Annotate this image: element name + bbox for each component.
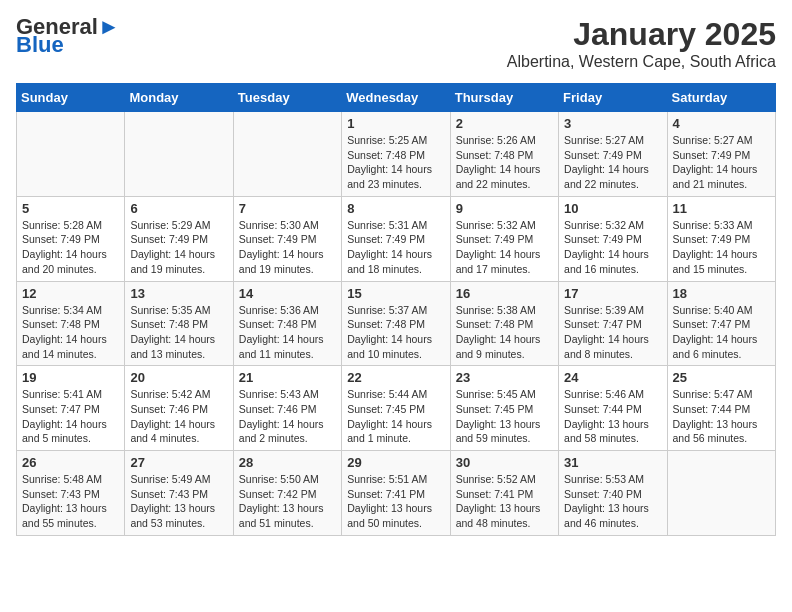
- day-number: 28: [239, 455, 336, 470]
- header-friday: Friday: [559, 84, 667, 112]
- logo: General► Blue: [16, 16, 120, 56]
- calendar-cell: 27Sunrise: 5:49 AM Sunset: 7:43 PM Dayli…: [125, 451, 233, 536]
- calendar-cell: 8Sunrise: 5:31 AM Sunset: 7:49 PM Daylig…: [342, 196, 450, 281]
- day-info: Sunrise: 5:42 AM Sunset: 7:46 PM Dayligh…: [130, 387, 227, 446]
- calendar-cell: 23Sunrise: 5:45 AM Sunset: 7:45 PM Dayli…: [450, 366, 558, 451]
- calendar-cell: [125, 112, 233, 197]
- calendar-cell: 11Sunrise: 5:33 AM Sunset: 7:49 PM Dayli…: [667, 196, 775, 281]
- day-info: Sunrise: 5:32 AM Sunset: 7:49 PM Dayligh…: [456, 218, 553, 277]
- calendar-cell: [667, 451, 775, 536]
- day-number: 18: [673, 286, 770, 301]
- calendar-cell: 30Sunrise: 5:52 AM Sunset: 7:41 PM Dayli…: [450, 451, 558, 536]
- day-info: Sunrise: 5:30 AM Sunset: 7:49 PM Dayligh…: [239, 218, 336, 277]
- day-number: 25: [673, 370, 770, 385]
- calendar-table: SundayMondayTuesdayWednesdayThursdayFrid…: [16, 83, 776, 536]
- day-number: 16: [456, 286, 553, 301]
- page-header: General► Blue January 2025 Albertina, We…: [16, 16, 776, 71]
- calendar-cell: 18Sunrise: 5:40 AM Sunset: 7:47 PM Dayli…: [667, 281, 775, 366]
- day-info: Sunrise: 5:27 AM Sunset: 7:49 PM Dayligh…: [673, 133, 770, 192]
- calendar-cell: 31Sunrise: 5:53 AM Sunset: 7:40 PM Dayli…: [559, 451, 667, 536]
- calendar-cell: 2Sunrise: 5:26 AM Sunset: 7:48 PM Daylig…: [450, 112, 558, 197]
- calendar-cell: 16Sunrise: 5:38 AM Sunset: 7:48 PM Dayli…: [450, 281, 558, 366]
- day-number: 1: [347, 116, 444, 131]
- logo-blue-text: Blue: [16, 34, 120, 56]
- calendar-cell: 15Sunrise: 5:37 AM Sunset: 7:48 PM Dayli…: [342, 281, 450, 366]
- day-number: 13: [130, 286, 227, 301]
- calendar-cell: [233, 112, 341, 197]
- calendar-cell: 22Sunrise: 5:44 AM Sunset: 7:45 PM Dayli…: [342, 366, 450, 451]
- calendar-cell: 14Sunrise: 5:36 AM Sunset: 7:48 PM Dayli…: [233, 281, 341, 366]
- calendar-cell: 24Sunrise: 5:46 AM Sunset: 7:44 PM Dayli…: [559, 366, 667, 451]
- day-number: 7: [239, 201, 336, 216]
- day-number: 21: [239, 370, 336, 385]
- day-info: Sunrise: 5:28 AM Sunset: 7:49 PM Dayligh…: [22, 218, 119, 277]
- week-row-4: 26Sunrise: 5:48 AM Sunset: 7:43 PM Dayli…: [17, 451, 776, 536]
- calendar-cell: 10Sunrise: 5:32 AM Sunset: 7:49 PM Dayli…: [559, 196, 667, 281]
- calendar-cell: 28Sunrise: 5:50 AM Sunset: 7:42 PM Dayli…: [233, 451, 341, 536]
- day-info: Sunrise: 5:26 AM Sunset: 7:48 PM Dayligh…: [456, 133, 553, 192]
- day-info: Sunrise: 5:46 AM Sunset: 7:44 PM Dayligh…: [564, 387, 661, 446]
- day-info: Sunrise: 5:31 AM Sunset: 7:49 PM Dayligh…: [347, 218, 444, 277]
- day-info: Sunrise: 5:35 AM Sunset: 7:48 PM Dayligh…: [130, 303, 227, 362]
- calendar-cell: 17Sunrise: 5:39 AM Sunset: 7:47 PM Dayli…: [559, 281, 667, 366]
- day-number: 5: [22, 201, 119, 216]
- location-text: Albertina, Western Cape, South Africa: [507, 53, 776, 71]
- day-info: Sunrise: 5:50 AM Sunset: 7:42 PM Dayligh…: [239, 472, 336, 531]
- day-number: 29: [347, 455, 444, 470]
- day-info: Sunrise: 5:32 AM Sunset: 7:49 PM Dayligh…: [564, 218, 661, 277]
- week-row-0: 1Sunrise: 5:25 AM Sunset: 7:48 PM Daylig…: [17, 112, 776, 197]
- calendar-cell: 4Sunrise: 5:27 AM Sunset: 7:49 PM Daylig…: [667, 112, 775, 197]
- week-row-3: 19Sunrise: 5:41 AM Sunset: 7:47 PM Dayli…: [17, 366, 776, 451]
- title-block: January 2025 Albertina, Western Cape, So…: [507, 16, 776, 71]
- day-number: 11: [673, 201, 770, 216]
- day-number: 14: [239, 286, 336, 301]
- day-info: Sunrise: 5:40 AM Sunset: 7:47 PM Dayligh…: [673, 303, 770, 362]
- calendar-cell: 21Sunrise: 5:43 AM Sunset: 7:46 PM Dayli…: [233, 366, 341, 451]
- day-info: Sunrise: 5:27 AM Sunset: 7:49 PM Dayligh…: [564, 133, 661, 192]
- day-info: Sunrise: 5:29 AM Sunset: 7:49 PM Dayligh…: [130, 218, 227, 277]
- day-number: 12: [22, 286, 119, 301]
- day-info: Sunrise: 5:34 AM Sunset: 7:48 PM Dayligh…: [22, 303, 119, 362]
- day-info: Sunrise: 5:45 AM Sunset: 7:45 PM Dayligh…: [456, 387, 553, 446]
- day-info: Sunrise: 5:25 AM Sunset: 7:48 PM Dayligh…: [347, 133, 444, 192]
- day-number: 15: [347, 286, 444, 301]
- calendar-cell: 19Sunrise: 5:41 AM Sunset: 7:47 PM Dayli…: [17, 366, 125, 451]
- header-sunday: Sunday: [17, 84, 125, 112]
- day-info: Sunrise: 5:53 AM Sunset: 7:40 PM Dayligh…: [564, 472, 661, 531]
- day-number: 9: [456, 201, 553, 216]
- day-info: Sunrise: 5:33 AM Sunset: 7:49 PM Dayligh…: [673, 218, 770, 277]
- day-number: 4: [673, 116, 770, 131]
- day-number: 2: [456, 116, 553, 131]
- day-number: 19: [22, 370, 119, 385]
- day-number: 22: [347, 370, 444, 385]
- calendar-cell: 29Sunrise: 5:51 AM Sunset: 7:41 PM Dayli…: [342, 451, 450, 536]
- calendar-cell: 5Sunrise: 5:28 AM Sunset: 7:49 PM Daylig…: [17, 196, 125, 281]
- calendar-body: 1Sunrise: 5:25 AM Sunset: 7:48 PM Daylig…: [17, 112, 776, 536]
- header-wednesday: Wednesday: [342, 84, 450, 112]
- day-number: 31: [564, 455, 661, 470]
- day-number: 3: [564, 116, 661, 131]
- header-saturday: Saturday: [667, 84, 775, 112]
- day-number: 27: [130, 455, 227, 470]
- day-number: 23: [456, 370, 553, 385]
- calendar-cell: 9Sunrise: 5:32 AM Sunset: 7:49 PM Daylig…: [450, 196, 558, 281]
- calendar-cell: 13Sunrise: 5:35 AM Sunset: 7:48 PM Dayli…: [125, 281, 233, 366]
- week-row-1: 5Sunrise: 5:28 AM Sunset: 7:49 PM Daylig…: [17, 196, 776, 281]
- day-number: 6: [130, 201, 227, 216]
- day-number: 30: [456, 455, 553, 470]
- calendar-cell: 1Sunrise: 5:25 AM Sunset: 7:48 PM Daylig…: [342, 112, 450, 197]
- calendar-cell: 12Sunrise: 5:34 AM Sunset: 7:48 PM Dayli…: [17, 281, 125, 366]
- header-tuesday: Tuesday: [233, 84, 341, 112]
- day-info: Sunrise: 5:38 AM Sunset: 7:48 PM Dayligh…: [456, 303, 553, 362]
- day-info: Sunrise: 5:44 AM Sunset: 7:45 PM Dayligh…: [347, 387, 444, 446]
- day-info: Sunrise: 5:47 AM Sunset: 7:44 PM Dayligh…: [673, 387, 770, 446]
- day-info: Sunrise: 5:39 AM Sunset: 7:47 PM Dayligh…: [564, 303, 661, 362]
- day-number: 8: [347, 201, 444, 216]
- calendar-cell: 26Sunrise: 5:48 AM Sunset: 7:43 PM Dayli…: [17, 451, 125, 536]
- calendar-cell: 3Sunrise: 5:27 AM Sunset: 7:49 PM Daylig…: [559, 112, 667, 197]
- day-number: 17: [564, 286, 661, 301]
- day-info: Sunrise: 5:49 AM Sunset: 7:43 PM Dayligh…: [130, 472, 227, 531]
- day-info: Sunrise: 5:36 AM Sunset: 7:48 PM Dayligh…: [239, 303, 336, 362]
- calendar-header-row: SundayMondayTuesdayWednesdayThursdayFrid…: [17, 84, 776, 112]
- day-number: 26: [22, 455, 119, 470]
